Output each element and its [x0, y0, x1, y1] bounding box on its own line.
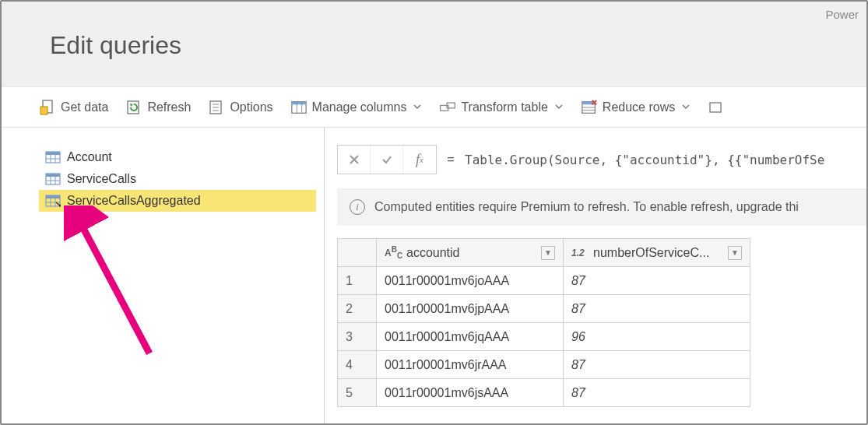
toolbar: Get data Refresh Options Manage columns …	[2, 87, 866, 128]
svg-rect-31	[46, 195, 60, 198]
brand-label: Power	[825, 8, 859, 21]
row-number: 3	[338, 323, 377, 351]
reduce-rows-label: Reduce rows	[603, 100, 675, 114]
chevron-down-icon	[413, 100, 422, 114]
transform-table-label: Transform table	[461, 100, 547, 114]
query-item-account[interactable]: Account	[39, 146, 316, 168]
query-label: ServiceCallsAggregated	[67, 194, 201, 208]
formula-cancel-button[interactable]	[338, 146, 371, 174]
table-icon	[45, 172, 61, 186]
svg-rect-19	[710, 103, 721, 112]
info-banner: i Computed entities require Premium to r…	[337, 188, 866, 226]
computed-table-icon	[45, 194, 61, 208]
table-icon	[45, 150, 61, 164]
refresh-label: Refresh	[147, 100, 191, 114]
cell-value[interactable]: 87	[564, 267, 750, 295]
manage-columns-button[interactable]: Manage columns	[284, 96, 429, 119]
chevron-down-icon	[681, 100, 691, 114]
refresh-icon	[125, 99, 142, 116]
reduce-rows-button[interactable]: Reduce rows	[575, 96, 697, 119]
row-number: 2	[338, 295, 377, 323]
page-title: Edit queries	[50, 2, 866, 60]
column-header-accountid[interactable]: ABC accountid ▼	[377, 239, 564, 267]
manage-columns-icon	[290, 99, 307, 116]
cell-value[interactable]: 87	[564, 351, 750, 379]
formula-bar: fx = Table.Group(Source, {"accountid"}, …	[337, 145, 866, 174]
column-filter-button[interactable]: ▼	[728, 246, 742, 260]
transform-table-icon	[439, 99, 456, 116]
svg-line-36	[78, 218, 149, 353]
number-type-icon: 1.2	[571, 248, 589, 258]
table-row[interactable]: 3 0011r00001mv6jqAAA 96	[338, 323, 750, 351]
column-name: numberOfServiceC...	[593, 246, 709, 260]
data-table: ABC accountid ▼ 1.2 numberOfServiceC... …	[337, 238, 750, 407]
main-area: fx = Table.Group(Source, {"accountid"}, …	[325, 128, 866, 423]
row-number: 1	[338, 267, 377, 295]
text-type-icon: ABC	[385, 245, 402, 260]
annotation-arrow	[64, 205, 188, 364]
svg-rect-21	[46, 152, 60, 155]
formula-equals: =	[437, 153, 465, 167]
info-icon: i	[350, 199, 365, 215]
formula-commit-button[interactable]	[371, 146, 403, 174]
table-row[interactable]: 2 0011r00001mv6jpAAA 87	[338, 295, 750, 323]
manage-columns-label: Manage columns	[312, 100, 407, 114]
cell-value[interactable]: 87	[564, 295, 750, 323]
table-row[interactable]: 5 0011r00001mv6jsAAA 87	[338, 379, 750, 407]
cell-value[interactable]: 96	[564, 323, 750, 351]
more-tool-button[interactable]	[701, 96, 731, 119]
cell-value[interactable]: 87	[564, 379, 750, 407]
query-label: ServiceCalls	[67, 172, 136, 186]
svg-rect-1	[40, 107, 47, 114]
query-item-servicecalls[interactable]: ServiceCalls	[39, 168, 316, 190]
cell-accountid[interactable]: 0011r00001mv6jqAAA	[377, 323, 564, 351]
cell-accountid[interactable]: 0011r00001mv6jrAAA	[377, 351, 564, 379]
get-data-label: Get data	[61, 100, 108, 114]
row-number: 5	[338, 379, 377, 407]
column-header-numberofservicec[interactable]: 1.2 numberOfServiceC... ▼	[564, 239, 750, 267]
more-tool-icon	[708, 99, 725, 116]
cell-accountid[interactable]: 0011r00001mv6jpAAA	[377, 295, 564, 323]
refresh-button[interactable]: Refresh	[119, 96, 197, 119]
info-text: Computed entities require Premium to ref…	[374, 200, 799, 214]
get-data-icon	[39, 99, 56, 116]
transform-table-button[interactable]: Transform table	[433, 96, 569, 119]
options-button[interactable]: Options	[202, 96, 279, 119]
options-icon	[208, 99, 225, 116]
chevron-down-icon	[554, 100, 564, 114]
row-number-header[interactable]	[338, 239, 377, 267]
svg-rect-26	[46, 174, 60, 177]
formula-input[interactable]: Table.Group(Source, {"accountid"}, {{"nu…	[465, 153, 824, 167]
options-label: Options	[230, 100, 272, 114]
table-row[interactable]: 1 0011r00001mv6joAAA 87	[338, 267, 750, 295]
table-row[interactable]: 4 0011r00001mv6jrAAA 87	[338, 351, 750, 379]
query-label: Account	[67, 150, 112, 164]
formula-fx-button[interactable]: fx	[403, 146, 436, 174]
column-filter-button[interactable]: ▼	[541, 246, 555, 260]
cell-accountid[interactable]: 0011r00001mv6jsAAA	[377, 379, 564, 407]
body-area: Account ServiceCalls ServiceCallsAggrega…	[2, 128, 866, 423]
svg-rect-8	[291, 101, 305, 104]
header: Power Edit queries	[2, 2, 866, 87]
get-data-button[interactable]: Get data	[33, 96, 114, 119]
queries-sidebar: Account ServiceCalls ServiceCallsAggrega…	[2, 128, 325, 423]
row-number: 4	[338, 351, 377, 379]
formula-actions: fx	[337, 145, 437, 174]
query-item-servicecallsaggregated[interactable]: ServiceCallsAggregated	[39, 190, 316, 212]
cell-accountid[interactable]: 0011r00001mv6joAAA	[377, 267, 564, 295]
column-name: accountid	[406, 246, 460, 260]
reduce-rows-icon	[581, 99, 598, 116]
